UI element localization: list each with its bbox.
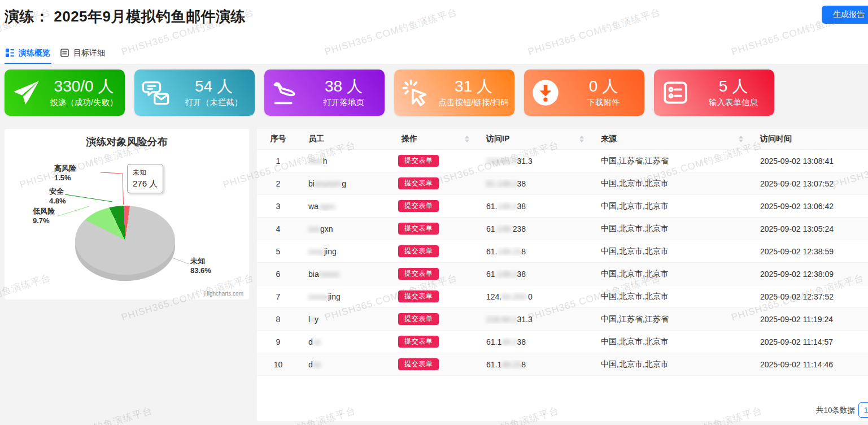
submit-form-badge: 提交表单	[398, 177, 439, 189]
ip-prefix: 61.1	[486, 337, 501, 346]
stat-card-value: 31 人	[437, 77, 510, 96]
cell-source: 中国,江苏省,江苏省	[592, 314, 751, 324]
table-row: 10dxx提交表单61.148.238中国,北京市,北京市2025-09-02 …	[257, 353, 868, 376]
tab-overview-label: 演练概览	[19, 48, 50, 58]
cell-index: 10	[257, 360, 299, 369]
submit-form-badge: 提交表单	[398, 336, 439, 348]
stat-card-2: 38 人打开落地页	[264, 70, 385, 116]
ip-redacted: 61.148.2	[486, 179, 517, 188]
sort-icon-action[interactable]	[465, 136, 469, 142]
chart-title: 演练对象风险分布	[5, 129, 249, 149]
stat-card-body: 5 人输入表单信息	[697, 77, 774, 108]
ip-redacted: 218.94.1	[486, 315, 517, 324]
ip-prefix: 61.	[486, 202, 497, 211]
send-plane-icon	[5, 79, 47, 107]
table-row: 3wangxx提交表单61.148.238中国,北京市,北京市2025-09-0…	[257, 195, 868, 218]
employee-name-redacted: xx	[313, 360, 321, 369]
risk-distribution-panel: 演练对象风险分布 高风险 1.5% 安全 4.8% 低风险 9.7% 未知 83…	[5, 129, 249, 300]
tab-overview[interactable]: 演练概览	[5, 42, 51, 64]
table-footer: 共10条数据 1	[816, 402, 868, 418]
ip-redacted: 64.200.	[501, 292, 528, 301]
cell-source: 中国,江苏省,江苏省	[592, 156, 751, 166]
click-cursor-icon	[394, 79, 437, 107]
pie-chart[interactable]	[75, 206, 175, 275]
stat-card-value: 38 人	[307, 77, 380, 96]
employee-name-suffix: gxn	[320, 224, 333, 233]
ip-prefix: 61	[486, 224, 495, 233]
submit-form-badge: 提交表单	[398, 358, 439, 370]
ip-redacted: 48.23	[501, 360, 521, 369]
stat-card-body: 330/0 人投递（成功/失败）	[47, 77, 125, 108]
ip-redacted: 48.2	[501, 337, 517, 346]
employee-name-prefix: d	[308, 337, 313, 346]
submit-form-badge: 提交表单	[398, 290, 439, 302]
table-row: 4xxxgxn提交表单61.148.238中国,北京市,北京市2025-09-0…	[257, 218, 868, 240]
col-header-action-label: 操作	[402, 134, 417, 144]
employee-name-suffix: y	[315, 315, 319, 324]
ip-suffix: 38	[517, 270, 526, 279]
ip-suffix: 31.3	[517, 157, 533, 166]
page-header: 演练： 2025年9月模拟钓鱼邮件演练 生成报告	[0, 0, 868, 42]
cell-employee: luy	[299, 315, 392, 324]
stat-card-value: 54 人	[177, 77, 250, 96]
page-title: 演练： 2025年9月模拟钓鱼邮件演练	[5, 7, 246, 27]
ip-prefix: 61	[486, 270, 495, 279]
cell-employee: duc	[299, 337, 392, 346]
highcharts-credit[interactable]: Highcharts.com	[204, 290, 243, 297]
events-table-panel: 序号 员工 操作 访问IP 来源 访问时间 1rxxxh提交表单218.94.1…	[257, 129, 868, 421]
employee-name-prefix: bia	[308, 270, 319, 279]
table-row: 2bianyeying提交表单61.148.238中国,北京市,北京市2025-…	[257, 172, 868, 195]
stat-card-3: 31 人点击按钮/链接/扫码	[394, 70, 514, 116]
cell-ip: 218.94.131.3	[477, 157, 592, 166]
stat-card-0: 330/0 人投递（成功/失败）	[5, 70, 125, 116]
ip-redacted: 148.23	[497, 247, 521, 256]
pie-label-safe: 安全 4.8%	[49, 187, 66, 206]
cell-time: 2025-09-02 13:06:42	[751, 202, 868, 211]
stat-card-4: 0 人下载附件	[524, 70, 644, 116]
pie-label-unknown-pct: 83.6%	[190, 266, 211, 276]
pie-label-high-risk-pct: 1.5%	[54, 174, 76, 183]
generate-report-button[interactable]: 生成报告	[822, 6, 868, 24]
cell-ip: 124.64.200.0	[477, 292, 592, 301]
cell-action: 提交表单	[392, 313, 477, 325]
submit-form-badge: 提交表单	[398, 313, 439, 325]
cell-action: 提交表单	[392, 268, 477, 280]
submit-form-badge: 提交表单	[398, 223, 439, 235]
stat-card-1: 54 人打开（未拦截）	[134, 70, 255, 116]
pie-label-low-risk-name: 低风险	[33, 207, 55, 216]
landing-page-icon	[264, 78, 307, 107]
cell-time: 2025-09-02 11:14:57	[751, 337, 868, 346]
sort-icon-ip[interactable]	[579, 136, 584, 142]
tab-target-detail[interactable]: 目标详细	[59, 42, 106, 64]
tab-target-detail-label: 目标详细	[73, 48, 105, 58]
employee-name-redacted: ngxx	[319, 202, 335, 211]
cell-action: 提交表单	[392, 358, 477, 370]
cell-ip: 61.148.238	[477, 360, 592, 369]
table-body: 1rxxxh提交表单218.94.131.3中国,江苏省,江苏省2025-09-…	[257, 150, 868, 376]
cell-index: 1	[257, 157, 299, 166]
ip-suffix: 38	[517, 202, 526, 211]
cell-employee: xxxgxn	[299, 224, 392, 233]
sort-icon-source[interactable]	[739, 136, 743, 142]
employee-name-suffix: jing	[328, 292, 341, 301]
employee-name-redacted: anyeyin	[315, 179, 342, 188]
employee-name-suffix: h	[323, 157, 328, 166]
cell-index: 5	[257, 247, 299, 256]
page-1-button[interactable]: 1	[858, 402, 868, 418]
col-header-index: 序号	[257, 129, 299, 149]
cell-action: 提交表单	[392, 245, 477, 257]
cell-action: 提交表单	[392, 155, 477, 167]
cell-ip: 218.94.131.3	[477, 315, 592, 324]
cell-time: 2025-09-02 12:38:59	[751, 247, 868, 256]
open-mail-icon	[134, 78, 177, 107]
cell-ip: 61.148.238	[477, 202, 592, 211]
chart-tooltip-value: 276 人	[133, 179, 158, 189]
stat-card-label: 打开落地页	[307, 97, 380, 108]
cell-ip: 61.148.238	[477, 337, 592, 346]
cell-action: 提交表单	[392, 200, 477, 212]
pie-label-high-risk: 高风险 1.5%	[54, 164, 76, 183]
ip-suffix: 238	[513, 224, 526, 233]
cell-action: 提交表单	[392, 290, 477, 302]
cell-employee: xxxxyjing	[299, 292, 392, 301]
submit-form-badge: 提交表单	[398, 200, 439, 212]
